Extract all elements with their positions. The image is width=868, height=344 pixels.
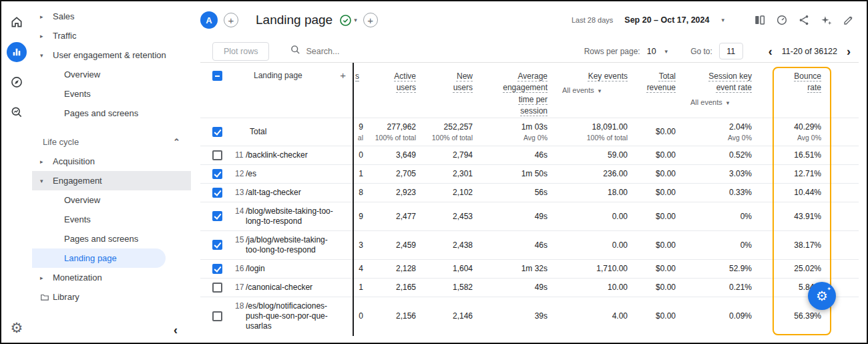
row-checkbox[interactable] [212,169,222,179]
column-bounce-rate[interactable]: Bounce rate [789,71,821,94]
clipped-cell: 8 [353,183,365,202]
row-checkbox[interactable] [212,264,222,274]
row-checkbox[interactable] [212,211,222,221]
table-header-row: Landing page+ s Active users New users A… [200,63,859,118]
sidebar-item-user-engagement-retention[interactable]: ▾User engagement & retention [32,45,191,65]
sidebar-item-pages-and-screens[interactable]: Pages and screens [32,229,191,248]
clipped-cell: 0 [353,146,365,164]
share-icon[interactable] [798,14,810,26]
sidebar-item-events[interactable]: Events [32,84,191,104]
total-revenue-cell: $0.00 [633,259,681,278]
chevron-right-icon[interactable]: › [844,45,853,57]
sidebar-item-library[interactable]: Library [32,287,191,307]
column-landing-page[interactable]: Landing page [254,71,302,80]
data-quality-icon[interactable] [776,14,788,26]
key-events-filter[interactable]: All events ▾ [553,86,628,94]
landing-page-cell[interactable]: /es/blog/notificaciones-push-que-son-por… [246,301,341,331]
new-users-cell: 1,604 [421,259,478,278]
reports-icon[interactable] [7,42,27,62]
app-window: ⚙ ▸Sales▸Traffic▾User engagement & reten… [0,0,868,344]
caret-down-icon[interactable]: ▾ [665,48,668,55]
total-checkbox[interactable] [212,127,222,137]
landing-page-cell[interactable]: /login [246,264,341,274]
row-checkbox[interactable] [212,311,222,321]
caret-down-icon[interactable]: ▾ [721,17,724,23]
search-input[interactable] [306,47,433,56]
key-events-cell: 10.00 [553,278,633,297]
key-events-cell: 0.00 [553,202,633,230]
pagination-range: 11-20 of 36122 [782,47,837,56]
session-rate-filter[interactable]: All events ▾ [681,98,752,106]
table-row: 15/ja/blog/website-taking-too-long-to-re… [200,230,859,259]
sidebar-item-label: Pages and screens [64,108,138,118]
key-events-cell: 236.00 [553,164,633,183]
avg-engagement-cell: 46s [478,146,553,164]
landing-page-cell[interactable]: /alt-tag-checker [246,188,341,198]
check-badge-icon[interactable]: ▾ [339,14,357,27]
date-range-value[interactable]: Sep 20 – Oct 17, 2024 [624,15,709,25]
new-users-cell: 1,582 [421,278,478,297]
table-body: Total 9al 277,962100% of total 252,25710… [200,118,859,335]
sparkle-icon: ✦ [827,286,831,292]
avatar[interactable]: A [200,11,218,29]
sidebar-item-acquisition[interactable]: ▸Acquisition [32,152,191,171]
insights-fab-button[interactable]: ⚙ ✦ [808,282,836,310]
explore-icon[interactable] [7,72,27,92]
sidebar-item-events[interactable]: Events [32,210,191,229]
select-all-checkbox[interactable] [212,71,222,81]
bounce-rate-cell: 25.02% [757,259,859,278]
add-dimension-icon[interactable]: + [340,71,346,80]
bounce-rate-cell: 12.71% [757,164,859,183]
column-total-revenue[interactable]: Total revenue [641,71,676,94]
sidebar-item-overview[interactable]: Overview [32,190,191,210]
add-comparison-icon[interactable]: + [224,13,238,27]
row-number: 14 [231,206,246,216]
chevron-left-icon[interactable]: ‹ [766,45,775,57]
edit-pencil-icon[interactable] [843,14,855,26]
sidebar-item-landing-page[interactable]: Landing page [32,248,166,268]
landing-page-cell[interactable]: /ja/blog/website-taking-too-long-to-resp… [246,235,341,255]
landing-page-cell[interactable]: /backlink-checker [246,150,341,160]
row-checkbox[interactable] [212,283,222,293]
comparison-icon[interactable] [754,14,766,26]
row-checkbox[interactable] [212,240,222,250]
column-active-users[interactable]: Active users [385,71,416,94]
sidebar-item-traffic[interactable]: ▸Traffic [32,26,191,45]
column-key-events[interactable]: Key events [588,71,628,82]
sidebar-collapse-icon[interactable]: ‹ [174,324,178,336]
sidebar-item-engagement[interactable]: ▾Engagement [32,171,191,190]
caret-down-icon: ▾ [598,88,602,94]
goto-label: Go to: [690,47,712,56]
goto-input[interactable]: 11 [719,43,743,59]
advertising-icon[interactable] [7,102,27,122]
sidebar-item-overview[interactable]: Overview [32,65,191,84]
sidebar-item-pages-and-screens[interactable]: Pages and screens [32,104,191,123]
total-revenue-cell: $0.00 [633,183,681,202]
landing-page-cell[interactable]: /canonical-checker [246,283,341,293]
row-checkbox[interactable] [212,188,222,198]
row-checkbox[interactable] [212,150,222,160]
rows-per-page-value[interactable]: 10 [647,47,656,56]
expand-arrow-icon: ▸ [40,275,53,281]
avg-engagement-cell: 39s [478,297,553,335]
insights-sparkle-icon[interactable] [820,14,833,27]
sidebar-item-life-cycle[interactable]: Life cycle⌃ [32,132,191,152]
column-new-users[interactable]: New users [445,71,473,94]
column-resize-line[interactable] [353,63,354,336]
add-report-icon[interactable]: + [363,13,378,27]
total-row: Total 9al 277,962100% of total 252,25710… [200,118,859,146]
admin-gear-icon[interactable]: ⚙ [11,321,23,335]
landing-page-cell[interactable]: /es [246,169,341,179]
plot-rows-button[interactable]: Plot rows [212,42,269,61]
column-session-key-event-rate[interactable]: Session key event rate [701,71,752,94]
chevron-up-icon[interactable]: ⌃ [173,137,180,147]
folder-icon [40,293,53,302]
sidebar-item-monetization[interactable]: ▸Monetization [32,268,191,287]
clipped-cell: 1 [353,164,365,183]
sidebar-item-sales[interactable]: ▸Sales [32,7,191,26]
report-table: Landing page+ s Active users New users A… [200,63,859,335]
row-number: 11 [231,150,246,160]
home-icon[interactable] [7,12,27,32]
landing-page-cell[interactable]: /blog/website-taking-too-long-to-respond [246,206,341,226]
column-avg-engagement-time[interactable]: Average engagement time per session [494,71,548,118]
